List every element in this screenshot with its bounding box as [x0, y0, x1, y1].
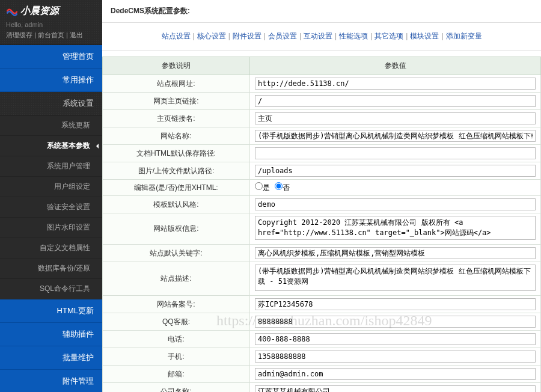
top-link[interactable]: 前台首页 — [38, 31, 64, 38]
param-row: 网页主页链接: — [103, 93, 541, 110]
param-input[interactable] — [255, 130, 536, 142]
param-label: 编辑器(是/否)使用XHTML: — [103, 180, 250, 196]
config-tab[interactable]: 添加新变量 — [446, 32, 482, 40]
param-label: QQ客服: — [103, 313, 250, 331]
param-input[interactable] — [255, 316, 536, 328]
page-title: DedeCMS系统配置参数: — [102, 0, 541, 23]
config-tab[interactable]: 其它选项 — [374, 32, 403, 40]
config-tab[interactable]: 会员设置 — [268, 32, 297, 40]
menu-item[interactable]: SQL命令行工具 — [0, 279, 102, 299]
config-tab[interactable]: 站点设置 — [162, 32, 191, 40]
param-label: 网站备案号: — [103, 296, 250, 313]
param-value-cell — [250, 313, 541, 331]
radio-option[interactable]: 是 — [255, 183, 270, 192]
param-label: 电话: — [103, 331, 250, 348]
menu-item[interactable]: 图片水印设置 — [0, 218, 102, 238]
logo-area: 小晨资源 Hello, admin 清理缓存 | 前台首页 | 退出 — [0, 0, 102, 45]
param-row: QQ客服: — [103, 313, 541, 331]
config-tabs: 站点设置|核心设置|附件设置|会员设置|互动设置|性能选项|其它选项|模块设置|… — [102, 23, 541, 51]
param-label: 文档HTML默认保存路径: — [103, 145, 250, 162]
param-value-cell — [250, 127, 541, 145]
param-input[interactable] — [255, 368, 536, 380]
param-value-cell — [250, 110, 541, 127]
param-row: 图片/上传文件默认路径: — [103, 162, 541, 180]
radio-option[interactable]: 否 — [275, 183, 290, 192]
param-value-cell — [250, 75, 541, 93]
param-input[interactable] — [255, 385, 536, 392]
param-label: 图片/上传文件默认路径: — [103, 162, 250, 180]
param-label: 网站名称: — [103, 127, 250, 145]
menu-header[interactable]: HTML更新 — [0, 299, 102, 323]
param-value-cell — [250, 296, 541, 313]
menu-header[interactable]: 辅助插件 — [0, 323, 102, 346]
menu-item[interactable]: 系统更新 — [0, 115, 102, 136]
param-input[interactable] — [255, 147, 536, 159]
param-input[interactable] — [255, 351, 536, 363]
config-tab[interactable]: 性能选项 — [339, 32, 368, 40]
param-value-cell — [250, 245, 541, 262]
menu-item[interactable]: 自定义文档属性 — [0, 238, 102, 259]
param-label: 公司名称: — [103, 383, 250, 393]
menu-header[interactable]: 附件管理 — [0, 370, 102, 392]
param-input[interactable] — [255, 95, 536, 107]
param-row: 公司名称: — [103, 383, 541, 393]
param-input[interactable] — [255, 247, 536, 259]
param-row: 网站备案号: — [103, 296, 541, 313]
config-tab[interactable]: 互动设置 — [304, 32, 332, 40]
menu-item[interactable]: 数据库备份/还原 — [0, 259, 102, 279]
param-label: 网站版权信息: — [103, 213, 250, 245]
top-link[interactable]: 清理缓存 — [6, 31, 32, 38]
param-row: 站点描述: — [103, 262, 541, 296]
config-tab[interactable]: 模块设置 — [410, 32, 439, 40]
config-tab[interactable]: 附件设置 — [233, 32, 261, 40]
menu-item[interactable]: 系统用户管理 — [0, 156, 102, 177]
param-row: 文档HTML默认保存路径: — [103, 145, 541, 162]
param-input[interactable] — [255, 298, 536, 310]
param-input[interactable] — [255, 165, 536, 177]
top-link[interactable]: 退出 — [70, 31, 83, 38]
param-input[interactable] — [255, 112, 536, 124]
param-input[interactable] — [255, 198, 536, 210]
param-value-cell — [250, 145, 541, 162]
param-label: 站点默认关键字: — [103, 245, 250, 262]
main-content: DedeCMS系统配置参数: 站点设置|核心设置|附件设置|会员设置|互动设置|… — [102, 0, 541, 392]
hello-text: Hello, admin — [6, 21, 96, 28]
menu-item[interactable]: 验证安全设置 — [0, 197, 102, 218]
menu-item[interactable]: 用户组设定 — [0, 177, 102, 197]
sidebar: 小晨资源 Hello, admin 清理缓存 | 前台首页 | 退出 管理首页常… — [0, 0, 102, 392]
param-value-cell — [250, 366, 541, 383]
th-value: 参数值 — [250, 57, 541, 75]
param-input[interactable] — [255, 78, 536, 90]
menu-header[interactable]: 常用操作 — [0, 69, 102, 92]
param-value-cell — [250, 348, 541, 366]
param-row: 编辑器(是/否)使用XHTML:是否 — [103, 180, 541, 196]
menu-header[interactable]: 管理首页 — [0, 45, 102, 69]
param-label: 站点描述: — [103, 262, 250, 296]
param-row: 电话: — [103, 331, 541, 348]
logo: 小晨资源 — [6, 5, 96, 17]
param-value-cell — [250, 213, 541, 245]
menu-item[interactable]: 系统基本参数 — [0, 136, 102, 156]
radio-input[interactable] — [275, 182, 283, 190]
param-row: 手机: — [103, 348, 541, 366]
param-label: 站点根网址: — [103, 75, 250, 93]
menu-header[interactable]: 批量维护 — [0, 346, 102, 370]
param-row: 站点根网址: — [103, 75, 541, 93]
param-row: 站点默认关键字: — [103, 245, 541, 262]
param-table: 参数说明 参数值 站点根网址:网页主页链接:主页链接名:网站名称:文档HTML默… — [102, 57, 541, 392]
param-value-cell — [250, 93, 541, 110]
param-value-cell — [250, 162, 541, 180]
param-textarea[interactable] — [255, 216, 536, 240]
config-tab[interactable]: 核心设置 — [197, 32, 226, 40]
param-textarea[interactable] — [255, 265, 536, 291]
logo-icon — [6, 5, 18, 17]
top-links: 清理缓存 | 前台首页 | 退出 — [6, 31, 96, 40]
radio-input[interactable] — [255, 182, 263, 190]
param-row: 网站名称: — [103, 127, 541, 145]
param-input[interactable] — [255, 333, 536, 345]
logo-text: 小晨资源 — [20, 5, 59, 17]
param-row: 邮箱: — [103, 366, 541, 383]
param-value-cell — [250, 383, 541, 393]
menu-header[interactable]: 系统设置 — [0, 92, 102, 115]
param-label: 邮箱: — [103, 366, 250, 383]
